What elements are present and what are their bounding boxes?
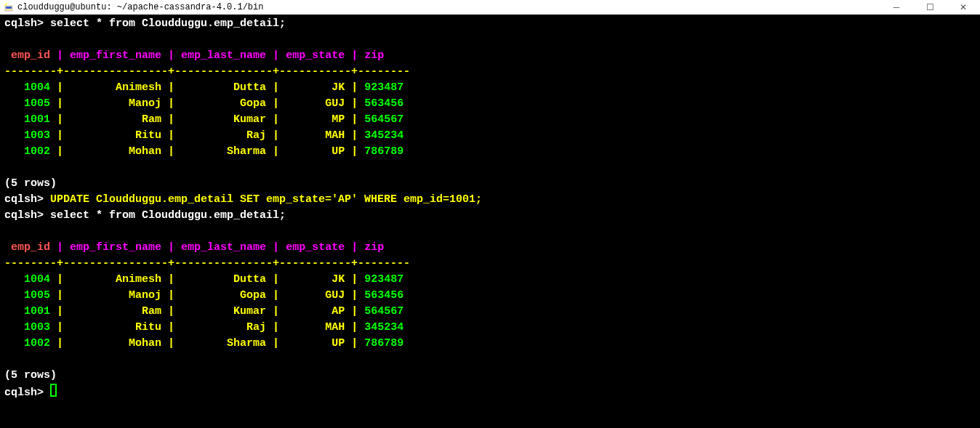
minimize-button[interactable]: ─ [880,0,913,15]
titlebar: cloudduggu@ubuntu: ~/apache-cassandra-4.… [0,0,980,15]
maximize-button[interactable]: ☐ [913,0,947,15]
svg-line-3 [6,3,7,5]
cursor [50,384,57,397]
terminal-output[interactable]: cqlsh> select * from Cloudduggu.emp_deta… [0,15,980,403]
window-title: cloudduggu@ubuntu: ~/apache-cassandra-4.… [17,0,263,15]
window-controls: ─ ☐ ✕ [880,0,980,15]
svg-line-2 [4,4,6,6]
svg-rect-1 [6,7,12,9]
putty-icon [3,2,15,12]
close-button[interactable]: ✕ [947,0,980,15]
